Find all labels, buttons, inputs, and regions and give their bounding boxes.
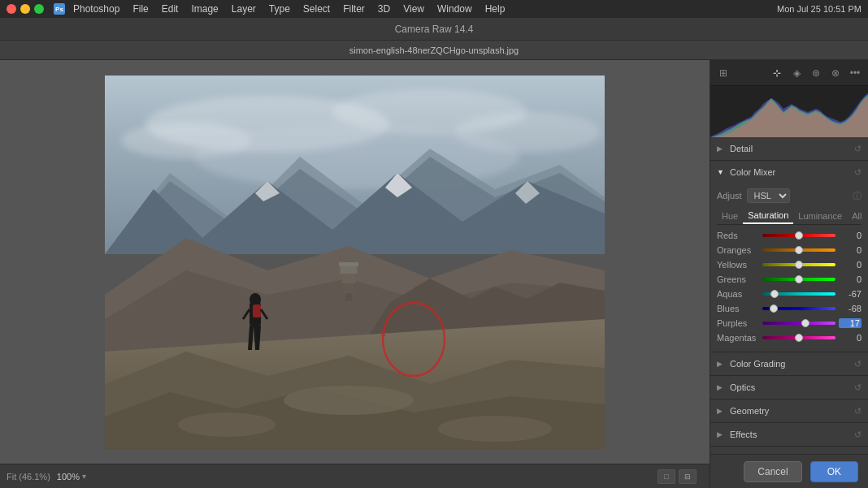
detail-title: Detail <box>730 144 849 153</box>
slider-thumb-oranges[interactable] <box>795 246 803 254</box>
menu-type[interactable]: Type <box>264 3 295 15</box>
slider-thumb-reds[interactable] <box>795 231 803 240</box>
histogram-chart <box>710 86 868 137</box>
window-title: Camera Raw 14.4 <box>395 24 474 35</box>
menu-help[interactable]: Help <box>480 3 510 15</box>
svg-point-27 <box>250 293 261 306</box>
view-split-button[interactable]: ⊟ <box>679 469 697 484</box>
close-button[interactable] <box>7 4 16 14</box>
slider-value-reds: 0 <box>839 231 861 240</box>
panel-expand-icon[interactable]: ⊞ <box>715 65 731 81</box>
panel-mask-icon[interactable]: ⊗ <box>827 65 844 81</box>
slider-track-aquas[interactable] <box>762 288 835 300</box>
panel-healing-icon[interactable]: ⊛ <box>808 65 824 81</box>
menu-window[interactable]: Window <box>432 3 477 15</box>
slider-track-oranges[interactable] <box>762 244 835 256</box>
calibration-header[interactable]: ▶ Calibration ↺ <box>710 447 868 454</box>
color-mixer-section: ▼ Color Mixer ↺ Adjust HSL HSV ⓘ <box>710 161 868 352</box>
color-mixer-reset-icon[interactable]: ↺ <box>854 167 861 178</box>
slider-track-purples[interactable] <box>762 317 835 329</box>
adjust-select[interactable]: HSL HSV <box>747 188 790 203</box>
svg-point-20 <box>438 416 552 442</box>
top-right-icons: ⊞ ⊹ ◈ ⊛ ⊗ ••• <box>710 60 868 86</box>
slider-row: Purples17 <box>717 317 861 329</box>
zoom-control[interactable]: 100% ▾ <box>57 472 86 482</box>
image-canvas <box>105 76 605 449</box>
tab-luminance[interactable]: Luminance <box>793 209 847 223</box>
calibration-section: ▶ Calibration ↺ <box>710 447 868 454</box>
ok-button[interactable]: OK <box>810 461 858 482</box>
right-panel: ⊞ ⊹ ◈ ⊛ ⊗ ••• ▶ <box>710 60 868 488</box>
geometry-reset-icon[interactable]: ↺ <box>854 406 861 417</box>
effects-chevron: ▶ <box>717 430 725 438</box>
menu-layer[interactable]: Layer <box>227 3 261 15</box>
slider-track-blues[interactable] <box>762 303 835 314</box>
panel-more-icon[interactable]: ••• <box>847 65 863 81</box>
titlebar: Camera Raw 14.4 <box>0 18 868 41</box>
menu-photoshop[interactable]: Photoshop <box>68 3 124 15</box>
slider-thumb-yellows[interactable] <box>795 261 803 269</box>
slider-track-reds[interactable] <box>762 230 835 241</box>
filename-label: simon-english-48nerZQCHgo-unsplash.jpg <box>349 45 519 55</box>
color-mixer-chevron: ▼ <box>717 168 725 176</box>
tab-hue[interactable]: Hue <box>717 209 743 223</box>
menu-file[interactable]: File <box>128 3 153 15</box>
slider-track-yellows[interactable] <box>762 259 835 270</box>
detail-header[interactable]: ▶ Detail ↺ <box>710 137 868 160</box>
menu-edit[interactable]: Edit <box>157 3 184 15</box>
zoom-dropdown-arrow[interactable]: ▾ <box>82 472 86 481</box>
menu-view[interactable]: View <box>398 3 429 15</box>
tab-saturation[interactable]: Saturation <box>743 208 793 224</box>
slider-label-oranges: Oranges <box>717 245 759 255</box>
fit-label: Fit (46.1%) <box>7 472 50 482</box>
menubar: Ps Photoshop File Edit Image Layer Type … <box>0 0 868 18</box>
svg-marker-22 <box>343 283 354 293</box>
panel-adjust-icon[interactable]: ⊹ <box>769 65 785 81</box>
slider-track-magentas[interactable] <box>762 332 835 343</box>
adjust-info-icon[interactable]: ⓘ <box>853 190 861 202</box>
effects-header[interactable]: ▶ Effects ↺ <box>710 423 868 446</box>
menu-select[interactable]: Select <box>298 3 335 15</box>
slider-value-yellows: 0 <box>839 260 861 270</box>
detail-chevron: ▶ <box>717 145 725 153</box>
photo-image <box>105 76 605 449</box>
tab-all[interactable]: All <box>847 209 866 223</box>
slider-row: Magentas0 <box>717 332 861 343</box>
menu-filter[interactable]: Filter <box>338 3 370 15</box>
slider-label-magentas: Magentas <box>717 333 759 343</box>
window-controls[interactable] <box>7 4 44 14</box>
slider-row: Oranges0 <box>717 244 861 256</box>
color-grading-header[interactable]: ▶ Color Grading ↺ <box>710 352 868 375</box>
slider-thumb-magentas[interactable] <box>795 334 803 342</box>
color-grading-reset-icon[interactable]: ↺ <box>854 359 861 369</box>
slider-track-greens[interactable] <box>762 274 835 285</box>
view-single-button[interactable]: □ <box>658 469 675 484</box>
slider-thumb-purples[interactable] <box>801 319 809 327</box>
detail-reset-icon[interactable]: ↺ <box>854 144 861 154</box>
maximize-button[interactable] <box>34 4 44 14</box>
minimize-button[interactable] <box>20 4 30 14</box>
tabs-row: Hue Saturation Luminance All <box>717 208 861 225</box>
adjust-label: Adjust <box>717 191 742 201</box>
geometry-header[interactable]: ▶ Geometry ↺ <box>710 399 868 422</box>
slider-thumb-greens[interactable] <box>795 275 803 283</box>
optics-reset-icon[interactable]: ↺ <box>854 382 861 393</box>
cancel-button[interactable]: Cancel <box>744 461 801 482</box>
effects-reset-icon[interactable]: ↺ <box>854 430 861 440</box>
color-grading-chevron: ▶ <box>717 360 725 368</box>
optics-header[interactable]: ▶ Optics ↺ <box>710 376 868 399</box>
panel-crop-icon[interactable]: ◈ <box>788 65 805 81</box>
optics-chevron: ▶ <box>717 383 725 391</box>
panels-scroll[interactable]: ▶ Detail ↺ ▼ Color Mixer ↺ Adjust <box>710 137 868 454</box>
slider-row: Blues-68 <box>717 303 861 314</box>
menu-3d[interactable]: 3D <box>373 3 395 15</box>
slider-row: Reds0 <box>717 230 861 241</box>
svg-rect-28 <box>253 304 261 317</box>
color-mixer-header[interactable]: ▼ Color Mixer ↺ <box>710 161 868 184</box>
slider-label-purples: Purples <box>717 318 759 328</box>
slider-value-greens: 0 <box>839 274 861 284</box>
slider-thumb-blues[interactable] <box>770 304 778 313</box>
canvas-viewport[interactable] <box>0 60 710 464</box>
menu-image[interactable]: Image <box>186 3 223 15</box>
slider-thumb-aquas[interactable] <box>770 290 779 298</box>
